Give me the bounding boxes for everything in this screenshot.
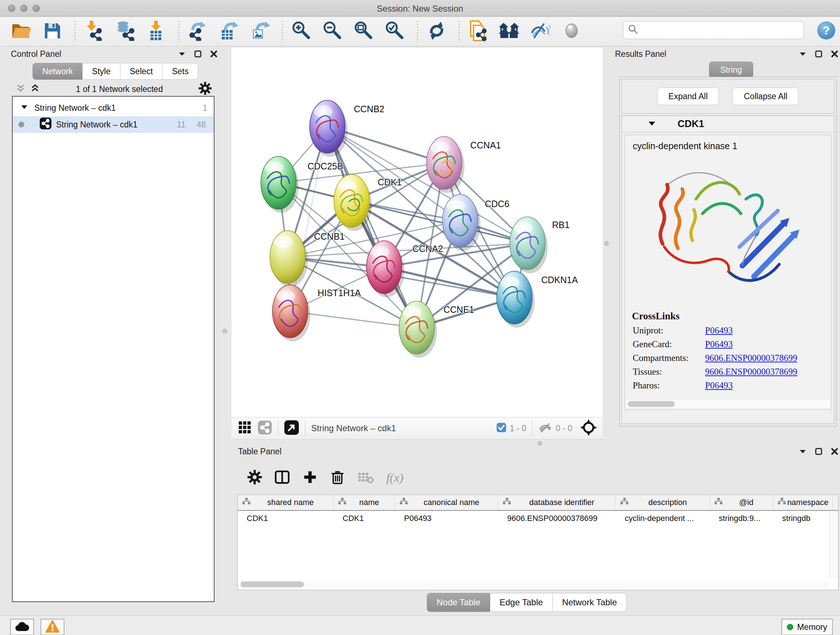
selected-checkbox-icon[interactable]	[496, 422, 507, 434]
tab-edge-table[interactable]: Edge Table	[490, 593, 553, 612]
crosslink-label: Pharos:	[633, 380, 705, 391]
zoom-out-button[interactable]	[321, 19, 345, 43]
export-network-button[interactable]	[186, 19, 210, 43]
tab-network-table[interactable]: Network Table	[553, 593, 627, 612]
table-horizontal-scrollbar[interactable]	[239, 580, 829, 588]
crosslink-link[interactable]: P06493	[705, 380, 733, 391]
tab-select[interactable]: Select	[120, 63, 163, 80]
protein-section-header[interactable]: CDK1	[622, 116, 834, 133]
tab-string[interactable]: String	[709, 62, 753, 78]
table-cell[interactable]: CDK1	[238, 511, 333, 526]
crosslink-row: Uniprot:P06493	[633, 325, 831, 336]
crosslink-link[interactable]: 9606.ENSP00000378699	[705, 367, 797, 377]
column-header-shared-name[interactable]: shared name	[238, 495, 333, 510]
grid-view-icon[interactable]	[238, 421, 252, 436]
panel-maximize-icon[interactable]	[815, 448, 823, 457]
column-header-name[interactable]: name	[333, 495, 395, 510]
results-panel-title: Results Panel	[615, 49, 666, 59]
node-CDC25B[interactable]	[261, 157, 299, 213]
node-label-CDC6: CDC6	[485, 199, 509, 209]
help-button[interactable]: ?	[817, 21, 836, 40]
create-column-plus-icon[interactable]	[302, 470, 317, 486]
clone-network-button[interactable]	[466, 19, 490, 43]
right-splitter-handle[interactable]	[604, 241, 609, 246]
crosslink-link[interactable]: P06493	[705, 325, 733, 336]
node-RB1[interactable]	[510, 217, 548, 273]
toggle-graphics-details-button[interactable]	[529, 19, 553, 43]
panel-float-icon[interactable]	[799, 50, 807, 59]
panel-maximize-icon[interactable]	[815, 50, 823, 59]
table-settings-gear-icon[interactable]	[248, 470, 262, 486]
crosslink-link[interactable]: 9606.ENSP00000378699	[705, 353, 797, 363]
table-cell[interactable]: cyclin-dependent ...	[616, 511, 710, 526]
network-collection-row[interactable]: String Network – cdk1 1	[13, 100, 214, 116]
table-cell[interactable]: CDK1	[333, 511, 395, 526]
table-cell[interactable]: stringdb	[773, 511, 833, 526]
export-image-button[interactable]	[248, 19, 272, 43]
fit-selected-crosshair-icon[interactable]	[580, 419, 597, 437]
node-CDC6[interactable]	[442, 195, 480, 251]
gray-orb-button[interactable]	[560, 19, 584, 43]
warning-button[interactable]	[41, 619, 65, 635]
table-cell[interactable]: 9606.ENSP00000378699	[498, 511, 616, 526]
apply-preferred-layout-button[interactable]	[425, 19, 448, 43]
cloud-button[interactable]	[10, 619, 34, 635]
column-header-namespace[interactable]: namespace	[773, 495, 833, 510]
delete-column-trash-icon[interactable]	[330, 470, 345, 486]
expand-all-button[interactable]: Expand All	[657, 88, 719, 105]
save-session-button[interactable]	[41, 19, 65, 43]
tab-style[interactable]: Style	[82, 63, 120, 80]
column-header-canonical-name[interactable]: canonical name	[395, 495, 498, 510]
expand-all-networks-icon[interactable]	[30, 83, 40, 95]
panel-close-icon[interactable]	[831, 50, 838, 59]
import-network-file-icon	[84, 21, 104, 42]
tab-network[interactable]: Network	[33, 63, 82, 80]
panel-float-icon[interactable]	[799, 448, 807, 457]
collapse-all-button[interactable]: Collapse All	[733, 88, 798, 105]
node-CCNA2[interactable]	[366, 241, 404, 297]
panel-maximize-icon[interactable]	[194, 50, 202, 59]
string-home-button[interactable]	[497, 19, 521, 43]
export-table-button[interactable]	[217, 19, 241, 43]
network-row[interactable]: String Network – cdk1 11 48	[13, 116, 214, 133]
column-header-description[interactable]: description	[616, 495, 710, 510]
node-CCNE1[interactable]	[399, 301, 437, 358]
import-network-file-button[interactable]	[82, 19, 106, 43]
column-header-database-identifier[interactable]: database identifier	[498, 495, 616, 510]
search-input[interactable]	[623, 21, 804, 39]
node-CCNB1[interactable]	[270, 231, 308, 287]
node-HIST1H1A[interactable]	[272, 285, 310, 341]
network-options-gear-icon[interactable]	[199, 82, 212, 96]
table-row[interactable]: CDK1CDK1P064939606.ENSP00000378699cyclin…	[238, 511, 838, 526]
left-splitter-handle[interactable]	[223, 329, 227, 333]
tab-sets[interactable]: Sets	[163, 63, 198, 80]
panel-close-icon[interactable]	[831, 448, 838, 457]
zoom-selected-button[interactable]	[383, 19, 407, 43]
node-CCNB2[interactable]	[309, 100, 347, 157]
network-canvas[interactable]: CCNB2CCNA1CDC25BCDK1CDC6RB1CCNB1CCNA2CDK…	[232, 48, 603, 417]
zoom-fit-button[interactable]	[352, 19, 376, 43]
collapse-all-networks-icon[interactable]	[16, 83, 26, 95]
table-cell[interactable]: stringdb:9...	[710, 511, 773, 526]
birds-eye-view-icon[interactable]	[284, 420, 299, 437]
import-table-button[interactable]	[144, 19, 168, 43]
tab-node-table[interactable]: Node Table	[427, 593, 490, 612]
table-cell[interactable]: P06493	[395, 511, 498, 526]
show-columns-icon[interactable]	[274, 469, 290, 486]
table-vertical-scrollbar[interactable]	[829, 511, 838, 579]
open-session-button[interactable]	[9, 19, 33, 43]
panel-close-icon[interactable]	[210, 50, 218, 59]
zoom-selected-icon	[385, 21, 405, 42]
section-collapse-icon[interactable]	[648, 119, 656, 129]
memory-button[interactable]: Memory	[782, 619, 833, 635]
node-CDKN1A[interactable]	[497, 271, 535, 328]
results-horizontal-scrollbar[interactable]	[626, 400, 830, 408]
crosslink-link[interactable]: P06493	[705, 339, 733, 349]
panel-float-icon[interactable]	[178, 50, 186, 59]
string-view-icon[interactable]	[257, 420, 272, 436]
column-header--id[interactable]: @id	[710, 495, 773, 510]
hidden-eye-slash-icon[interactable]	[538, 421, 553, 435]
import-network-database-button[interactable]	[113, 19, 137, 43]
collection-expand-icon[interactable]	[21, 103, 28, 113]
zoom-in-button[interactable]	[290, 19, 314, 43]
